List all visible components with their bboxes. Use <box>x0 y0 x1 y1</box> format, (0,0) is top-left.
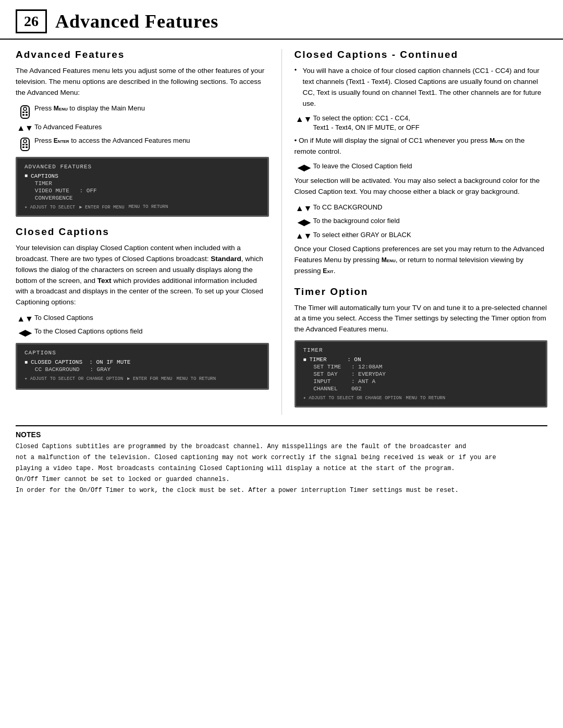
arrow-ud-icon-1: ▲▼ <box>16 122 34 133</box>
cc-mute-note: • On if Mute will display the signal of … <box>295 135 548 157</box>
instruction-arrow-lr-leave: ◀▶ To leave the Closed Caption field <box>295 162 548 172</box>
instruction-arrow-ud-select: ▲▼ To select the option: CC1 - CC4,Text1… <box>295 114 548 132</box>
page-title: Advanced Features <box>55 10 218 32</box>
page-header: 26 Advanced Features <box>0 0 563 40</box>
arrow-ud-symbol-3: ▲▼ <box>296 115 312 124</box>
instruction-enter-text: Press Enter to access the Advanced Featu… <box>34 136 269 145</box>
notes-section: NOTES Closed Captions subtitles are prog… <box>16 425 547 495</box>
arrow-lr-symbol-1: ◀▶ <box>19 328 31 338</box>
section-heading-cc: Closed Captions <box>16 226 269 238</box>
arrow-lr-icon-2: ◀▶ <box>295 162 313 172</box>
timer-intro-text: The Timer will automatically turn your T… <box>295 303 548 336</box>
screen-item-cc-bg: CC BACKGROUND : GRAY <box>25 366 260 373</box>
instruction-bg-field-text: To the background color field <box>313 216 548 226</box>
screen-item-timer: TIMER <box>25 180 260 187</box>
screen-item-timer-on: ■ TIMER : ON <box>303 356 539 363</box>
instruction-press-menu: Press Menu to display the Main Menu <box>16 104 269 119</box>
section-closed-captions: Closed Captions Your television can disp… <box>16 226 269 390</box>
cc-return-para: Once your Closed Captions preferences ar… <box>295 244 548 277</box>
section-timer: Timer Option The Timer will automaticall… <box>295 286 548 408</box>
svg-rect-8 <box>22 144 25 145</box>
right-column: Closed Captions - Continued • You will h… <box>282 49 548 415</box>
arrow-lr-symbol-3: ◀▶ <box>298 217 310 227</box>
instruction-arrow-cc: ▲▼ To Closed Captions <box>16 313 269 324</box>
svg-rect-3 <box>26 112 28 113</box>
instruction-cc-text: To Closed Captions <box>34 313 269 323</box>
screen-title-timer: TIMER <box>303 347 539 353</box>
svg-rect-10 <box>22 146 25 148</box>
screen-item-input: INPUT : ANT A <box>303 378 539 385</box>
instruction-arrow-lr-cc: ◀▶ To the Closed Captions options field <box>16 327 269 338</box>
screen-title-advanced: ADVANCED FEATURES <box>25 164 260 170</box>
notes-text: Closed Captions subtitles are programmed… <box>16 442 547 495</box>
instruction-cc-options-text: To the Closed Captions options field <box>34 327 269 336</box>
section-heading-advanced: Advanced Features <box>16 49 269 60</box>
notes-line-5: In order for the On/Off Timer to work, t… <box>16 486 547 495</box>
notes-line-3: playing a video tape. Most broadcasts co… <box>16 464 547 473</box>
svg-rect-11 <box>26 146 28 148</box>
screen-item-video-mute: VIDEO MUTE : OFF <box>25 188 260 194</box>
tv-screen-captions: CAPTIONS ■ CLOSED CAPTIONS : ON IF MUTE … <box>16 343 269 390</box>
notes-line-2: not a malfunction of the television. Clo… <box>16 453 547 462</box>
tv-screen-advanced: ADVANCED FEATURES ■ CAPTIONS TIMER VIDEO… <box>16 157 269 217</box>
remote-svg-2 <box>18 137 32 152</box>
cc-selection-para: Your selection will be activated. You ma… <box>295 176 548 198</box>
svg-rect-9 <box>26 144 28 145</box>
instruction-arrow-advanced: ▲▼ To Advanced Features <box>16 122 269 133</box>
instruction-select-option-text: To select the option: CC1 - CC4,Text1 - … <box>313 114 548 132</box>
instruction-arrow-lr-bg: ◀▶ To the background color field <box>295 216 548 227</box>
instruction-leave-field-text: To leave the Closed Caption field <box>313 162 548 171</box>
remote-svg-1 <box>18 105 32 119</box>
instruction-cc-bg-text: To CC BACKGROUND <box>313 203 548 212</box>
screen-footer-captions: ✦ ADJUST TO SELECT OR CHANGE OPTION ▶ EN… <box>25 376 260 381</box>
remote-icon-1 <box>16 104 34 119</box>
screen-item-set-day: SET DAY : EVERYDAY <box>303 371 539 377</box>
arrow-lr-icon-3: ◀▶ <box>295 216 313 227</box>
advanced-intro-text: The Advanced Features menu lets you adju… <box>16 66 269 98</box>
svg-point-7 <box>23 140 27 143</box>
svg-rect-5 <box>26 114 28 116</box>
notes-label: NOTES <box>16 430 547 439</box>
cc-bullet-text-1: You will have a choice of four closed ca… <box>303 66 548 109</box>
arrow-ud-symbol-4: ▲▼ <box>296 204 312 213</box>
screen-item-set-time: SET TIME : 12:08AM <box>303 364 539 370</box>
arrow-ud-icon-5: ▲▼ <box>295 230 313 241</box>
cc-intro-text: Your television can display Closed Capti… <box>16 243 269 309</box>
instruction-color-text: To select either GRAY or BLACK <box>313 230 548 240</box>
screen-item-captions: ■ CAPTIONS <box>25 173 260 179</box>
main-content: Advanced Features The Advanced Features … <box>0 49 563 415</box>
chapter-number: 26 <box>16 9 47 33</box>
instruction-press-enter: Press Enter to access the Advanced Featu… <box>16 136 269 152</box>
left-column: Advanced Features The Advanced Features … <box>16 49 282 415</box>
arrow-ud-symbol-1: ▲▼ <box>17 124 33 133</box>
section-heading-cc-cont: Closed Captions - Continued <box>295 49 548 60</box>
section-cc-continued: Closed Captions - Continued • You will h… <box>295 49 548 277</box>
cc-bullet-1: • You will have a choice of four closed … <box>295 66 548 109</box>
arrow-ud-symbol-5: ▲▼ <box>296 231 312 241</box>
instruction-menu-text: Press Menu to display the Main Menu <box>34 104 269 113</box>
screen-item-channel: CHANNEL 002 <box>303 386 539 392</box>
screen-item-cc-on: ■ CLOSED CAPTIONS : ON IF MUTE <box>25 359 260 365</box>
instruction-arrow-cc-bg: ▲▼ To CC BACKGROUND <box>295 203 548 213</box>
svg-point-1 <box>23 107 27 110</box>
instruction-arrow-ud-color: ▲▼ To select either GRAY or BLACK <box>295 230 548 241</box>
arrow-ud-icon-2: ▲▼ <box>16 313 34 324</box>
screen-title-captions: CAPTIONS <box>25 350 260 356</box>
screen-item-convergence: CONVERGENCE <box>25 195 260 201</box>
section-advanced-features: Advanced Features The Advanced Features … <box>16 49 269 217</box>
arrow-lr-icon-1: ◀▶ <box>16 327 34 338</box>
tv-screen-timer: TIMER ■ TIMER : ON SET TIME : 12:08AM SE… <box>295 340 548 408</box>
arrow-ud-icon-4: ▲▼ <box>295 203 313 213</box>
screen-footer-advanced: ✦ ADJUST TO SELECT ▶ ENTER FOR MENU MENU… <box>25 204 260 210</box>
svg-rect-2 <box>22 112 25 113</box>
notes-line-1: Closed Captions subtitles are programmed… <box>16 442 547 451</box>
arrow-ud-icon-3: ▲▼ <box>295 114 313 124</box>
notes-line-4: On/Off Timer cannot be set to locked or … <box>16 475 547 484</box>
svg-rect-4 <box>22 114 25 116</box>
instruction-advanced-text: To Advanced Features <box>34 122 269 132</box>
arrow-ud-symbol-2: ▲▼ <box>17 314 33 324</box>
section-heading-timer: Timer Option <box>295 286 548 298</box>
screen-footer-timer: ✦ ADJUST TO SELECT OR CHANGE OPTION MENU… <box>303 395 539 401</box>
remote-icon-2 <box>16 136 34 152</box>
arrow-lr-symbol-2: ◀▶ <box>298 163 310 172</box>
